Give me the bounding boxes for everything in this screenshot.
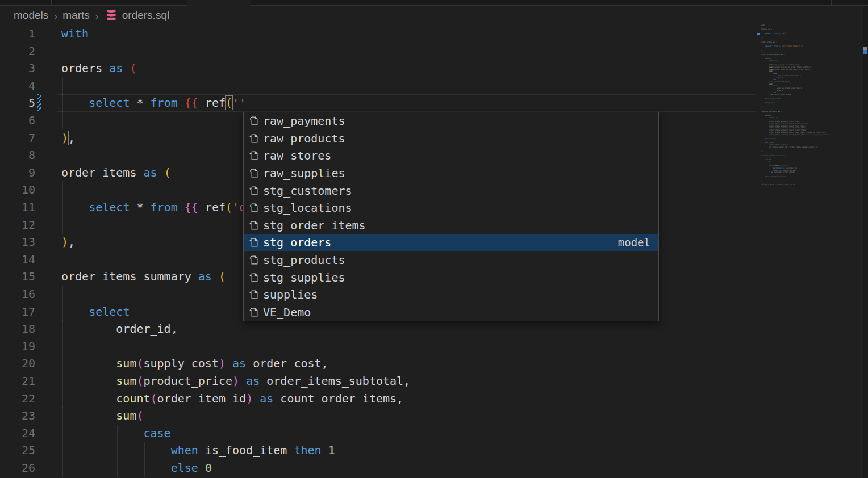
line-number: 5 [0,94,35,112]
line-number: 4 [0,77,35,95]
code-line[interactable]: 21 sum(product_price) as order_items_sub… [0,372,868,390]
code-line[interactable]: 24 case [0,425,868,442]
reference-icon [248,289,263,300]
reference-icon [248,133,263,144]
reference-icon [248,272,263,283]
reference-icon [248,185,263,196]
line-number: 2 [0,43,35,60]
suggestion-label: stg_order_items [263,219,366,232]
code-text: sum( [61,407,144,425]
minimap-line: select * from customer_order_count [761,184,858,186]
code-line[interactable]: 3orders as ( [0,60,868,77]
line-number: 8 [0,146,35,164]
line-number: 20 [0,355,35,372]
code-text: ), [61,129,75,147]
code-line[interactable]: 26 else 0 [0,459,868,477]
code-line[interactable]: 18 order_id, [0,320,868,338]
suggestion-label: supplies [263,288,318,301]
code-line[interactable]: 22 count(order_item_id) as count_order_i… [0,390,868,408]
code-text: case [61,425,171,442]
suggestion-label: raw_stores [263,149,331,162]
code-text: order_items_summary as ( [61,268,226,286]
vscode-editor-window: models › marts › orders.sql 1with23order… [0,0,868,478]
code-text: sum(supply_cost) as order_cost, [61,355,328,372]
suggestion-label: stg_products [263,253,345,267]
reference-icon [248,167,263,179]
indent-guide [62,338,63,355]
code-text: ), [61,233,75,251]
code-text: orders as ( [61,60,136,77]
suggest-widget: raw_paymentsraw_productsraw_storesraw_su… [243,112,659,321]
line-number: 25 [0,442,35,459]
line-number: 10 [0,181,35,199]
line-number: 17 [0,303,35,321]
code-text: order_id, [61,320,178,338]
indent-guide [90,338,90,355]
minimap[interactable]: with orders as ( select * from {{ ref(''… [761,24,858,212]
suggestion-item[interactable]: raw_products [244,130,658,148]
line-number: 24 [0,425,35,442]
suggestion-item[interactable]: VE_Demo [244,304,658,321]
suggestion-label: raw_products [263,132,345,145]
suggestion-label: stg_supplies [263,271,345,284]
suggestion-label: stg_orders [263,236,331,249]
suggestion-label: VE_Demo [263,305,311,319]
indent-guide [62,112,63,129]
suggestion-label: stg_locations [263,201,352,215]
suggestion-item[interactable]: supplies [244,286,658,304]
code-text: sum(product_price) as order_items_subtot… [61,372,410,390]
code-text: when is_food_item then 1 [61,442,335,459]
code-text: select [61,303,130,321]
code-line[interactable]: 2 [0,43,868,60]
line-number: 1 [0,25,35,43]
reference-icon [248,115,263,127]
suggestion-item[interactable]: stg_products [244,251,658,269]
reference-icon [248,237,263,248]
suggestion-label: stg_customers [263,184,352,198]
line-number: 18 [0,320,35,338]
suggestion-detail: model [618,236,658,249]
line-number: 14 [0,251,35,269]
reference-icon [248,202,263,213]
suggestion-item[interactable]: raw_supplies [244,165,658,182]
suggestion-item[interactable]: stg_supplies [244,269,658,286]
line-number: 7 [0,129,35,147]
code-text: order_items as ( [61,164,171,182]
suggestion-item-selected[interactable]: stg_ordersmodel [244,234,658,251]
suggestion-label: raw_supplies [263,166,345,180]
indent-guide [62,216,63,234]
ruler-marker-modified [863,50,867,54]
suggestion-item[interactable]: raw_stores [244,147,658,165]
suggestion-item[interactable]: stg_locations [244,199,658,217]
line-number: 6 [0,112,35,129]
line-number: 11 [0,199,35,216]
line-number: 22 [0,390,35,408]
line-number: 16 [0,286,35,303]
reference-icon [248,150,263,161]
line-number: 23 [0,407,35,425]
line-number: 3 [0,60,35,77]
code-line[interactable]: 19 [0,338,868,355]
suggestion-label: raw_payments [263,114,345,128]
code-line[interactable]: 4 [0,77,868,95]
code-line[interactable]: 25 when is_food_item then 1 [0,442,868,459]
suggestion-item[interactable]: stg_customers [244,182,658,199]
line-number: 9 [0,164,35,182]
code-line[interactable]: 23 sum( [0,407,868,425]
reference-icon [248,307,263,318]
line-number: 19 [0,338,35,355]
code-text: else 0 [61,459,212,477]
line-number: 12 [0,216,35,234]
code-line[interactable]: 20 sum(supply_cost) as order_cost, [0,355,868,372]
modified-line-gutter-marker [37,94,41,111]
overview-ruler[interactable] [863,6,868,478]
line-number: 15 [0,268,35,286]
indent-guide [62,181,63,199]
line-number: 13 [0,233,35,251]
suggestion-item[interactable]: stg_order_items [244,217,658,234]
indent-guide [62,286,63,303]
suggestion-item[interactable]: raw_payments [244,112,658,130]
code-line[interactable]: 1with [0,25,868,43]
reference-icon [248,254,263,266]
indent-guide [62,77,63,95]
